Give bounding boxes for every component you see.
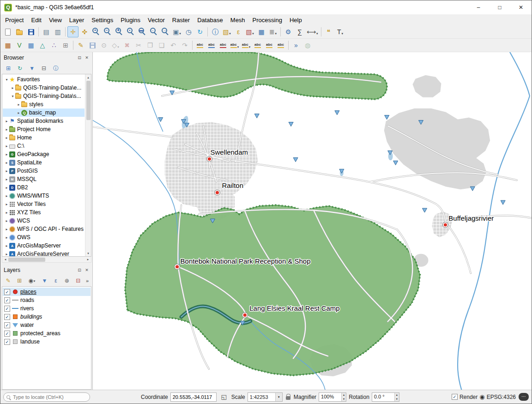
zoom-to-layer-button[interactable]: ▬ — [137, 26, 148, 37]
menu-help[interactable]: Help — [286, 14, 306, 25]
maximize-button[interactable]: □ — [489, 0, 510, 14]
browser-item-wms-wmts[interactable]: ▸ WMS/WMTS — [3, 192, 85, 200]
zoom-next-button[interactable]: → — [160, 26, 171, 37]
cut-features-button[interactable]: ✂ — [133, 40, 144, 51]
browser-item-vector-tiles[interactable]: ▸ Vector Tiles — [3, 200, 85, 208]
layer-roads[interactable]: ✓ roads — [3, 296, 91, 304]
layer-labeling-options-button[interactable]: abc — [194, 40, 206, 51]
expander-icon[interactable]: ▸ — [4, 194, 9, 198]
browser-horizontal-scrollbar[interactable]: ◂ ▸ — [2, 257, 91, 263]
vertex-tool-button[interactable]: ◇ ▾ — [110, 40, 121, 51]
pin-unpin-labels-button[interactable]: abc ▾ — [229, 40, 240, 51]
statistical-summary-button[interactable]: ∑ — [294, 26, 305, 37]
expander-icon[interactable]: ▸ — [16, 111, 21, 115]
layer-checkbox[interactable]: ✓ — [4, 322, 10, 328]
undo-button[interactable]: ↶ — [168, 40, 179, 51]
scroll-left-icon[interactable]: ◂ — [2, 258, 8, 261]
browser-item-postgis[interactable]: ▸ P PostGIS — [3, 167, 85, 175]
expander-icon[interactable]: ▾ — [4, 78, 9, 82]
properties-widget-button[interactable]: ⓘ — [50, 63, 62, 73]
rotation-spinbox[interactable]: 0.0 ° ▴ ▾ — [372, 392, 399, 402]
plugin-manager-button[interactable]: ◍ — [302, 40, 313, 51]
layer-landuse[interactable]: ✓ landuse — [3, 338, 91, 346]
menu-plugins[interactable]: Plugins — [117, 14, 144, 25]
float-panel-button[interactable]: ⊡ — [76, 266, 83, 274]
zoom-to-selection-button[interactable]: ▪ — [125, 26, 136, 37]
expander-icon[interactable]: ▸ — [4, 169, 9, 173]
add-point-cloud-layer-button[interactable]: ∴ — [48, 40, 60, 51]
add-raster-layer-button[interactable]: ▦ — [25, 40, 36, 51]
expander-icon[interactable]: ▸ — [4, 186, 9, 190]
coordinate-input[interactable] — [170, 392, 217, 402]
expander-icon[interactable]: ▸ — [4, 235, 9, 240]
change-label-button[interactable]: abc — [275, 40, 286, 51]
browser-item-db2[interactable]: ▸ D DB2 — [3, 183, 85, 192]
browser-item-wfs[interactable]: ▸ WFS / OGC API - Features — [3, 225, 85, 233]
browser-item-basic-map[interactable]: ▸ Q basic_map — [3, 109, 85, 117]
paste-features-button[interactable]: ❏ — [156, 40, 167, 51]
scale-combo[interactable]: 1:42253 ▾ — [248, 392, 283, 402]
expander-icon[interactable]: ▸ — [4, 227, 9, 231]
redo-button[interactable]: ↷ — [179, 40, 190, 51]
scrollbar-thumb[interactable] — [86, 81, 91, 120]
float-panel-button[interactable]: ⊡ — [76, 54, 83, 61]
menu-vector[interactable]: Vector — [144, 14, 169, 25]
expander-icon[interactable]: ▸ — [4, 177, 9, 181]
data-source-manager-button[interactable]: ▦ — [2, 40, 13, 51]
layer-places[interactable]: ✓ places — [3, 288, 91, 296]
layer-checkbox[interactable]: ✓ — [4, 289, 10, 295]
pan-map-button[interactable]: ✛ — [67, 26, 79, 37]
menu-layer[interactable]: Layer — [66, 14, 88, 25]
browser-item-favorites[interactable]: ▾ ★ Favorites — [3, 75, 85, 84]
locate-input[interactable] — [12, 394, 87, 400]
expander-icon[interactable]: ▸ — [4, 252, 9, 256]
collapse-all-button[interactable]: ⊟ — [38, 63, 49, 73]
add-selected-layers-button[interactable]: ⊞ — [3, 63, 14, 73]
chevron-down-icon[interactable]: ▾ — [275, 393, 282, 401]
menu-view[interactable]: View — [45, 14, 66, 25]
browser-item-arcgis-map-server[interactable]: ▸ A ArcGisMapServer — [3, 241, 85, 250]
browser-item-spatial-bookmarks[interactable]: ▸ ⚑ Spatial Bookmarks — [3, 117, 85, 125]
close-button[interactable]: ✕ — [510, 0, 532, 14]
browser-item-xyz-tiles[interactable]: ▸ XYZ Tiles — [3, 208, 85, 217]
menu-project[interactable]: Project — [1, 14, 27, 25]
add-virtual-layer-button[interactable]: ⊞ — [60, 40, 71, 51]
open-attribute-table-button[interactable]: ▦ — [256, 26, 267, 37]
layer-checkbox[interactable]: ✓ — [4, 297, 10, 303]
map-canvas[interactable]: SwellendamRailtonBuffeljagsrivierBontebo… — [92, 52, 532, 390]
expander-icon[interactable]: ▸ — [16, 103, 21, 107]
menu-mesh[interactable]: Mesh — [227, 14, 249, 25]
layer-checkbox[interactable]: ✓ — [4, 314, 10, 320]
measure-button[interactable]: ⟷ ▾ — [306, 26, 319, 37]
highlight-pinned-labels-button[interactable]: abc — [218, 40, 229, 51]
scroll-up-icon[interactable]: ▴ — [85, 74, 91, 80]
remove-layer-button[interactable]: ⊟ — [73, 276, 83, 285]
add-feature-button[interactable]: ⊙ — [98, 40, 109, 51]
toggle-editing-button[interactable]: ✎ — [75, 40, 86, 51]
layer-rivers[interactable]: ✓ rivers — [3, 304, 91, 313]
layer-buildings[interactable]: ✓ buildings — [3, 313, 91, 321]
crs-status-label[interactable]: EPSG:4326 — [487, 394, 516, 400]
minimize-button[interactable]: – — [468, 0, 489, 14]
options-button[interactable]: ⚙ — [283, 26, 294, 37]
layer-checkbox[interactable]: ✓ — [4, 306, 10, 312]
move-label-button[interactable]: abc — [252, 40, 263, 51]
new-project-button[interactable] — [2, 26, 13, 37]
filter-by-expression-button[interactable]: ε — [51, 276, 61, 285]
open-layer-styling-button[interactable]: ✎ — [3, 276, 13, 285]
browser-item-geopackage[interactable]: ▸ G GeoPackage — [3, 150, 85, 158]
zoom-in-button[interactable]: + — [91, 26, 102, 37]
manage-map-themes-button[interactable]: ◉ ▾ — [25, 276, 38, 285]
add-vector-layer-button[interactable]: V — [14, 40, 25, 51]
temporal-controller-button[interactable]: ◷ — [183, 26, 194, 37]
scroll-right-icon[interactable]: ▸ — [85, 258, 91, 261]
filter-browser-button[interactable]: ▼ — [26, 63, 38, 73]
menu-edit[interactable]: Edit — [27, 14, 45, 25]
render-checkbox[interactable]: ✓ — [452, 394, 458, 400]
zoom-full-button[interactable]: ✦ — [114, 26, 125, 37]
browser-item-wcs[interactable]: ▸ WCS — [3, 217, 85, 225]
filter-legend-button[interactable]: ▼ — [39, 276, 50, 285]
show-hide-labels-button[interactable]: abc ▾ — [241, 40, 252, 51]
spin-down-icon[interactable]: ▾ — [342, 397, 346, 401]
text-annotation-button[interactable]: T ▾ — [335, 26, 346, 37]
